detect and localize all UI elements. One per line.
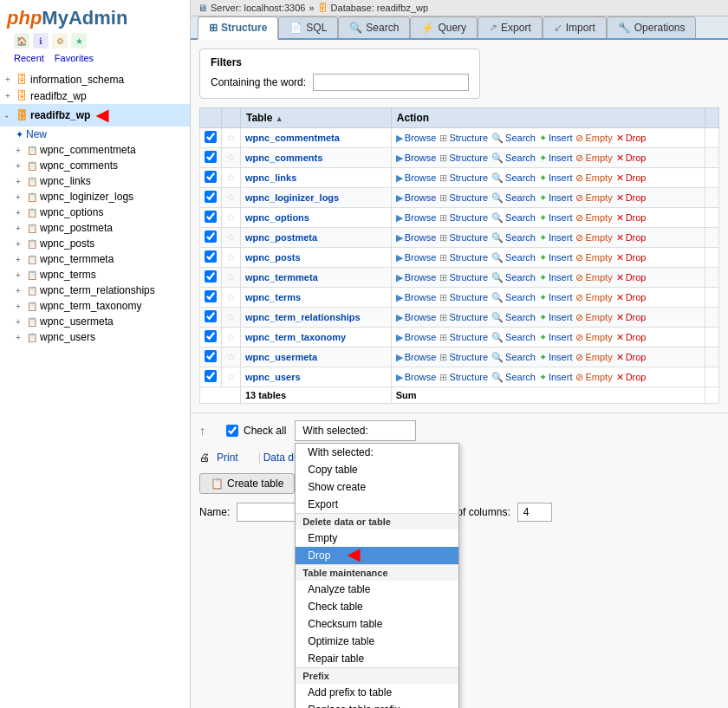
table-name-link[interactable]: wpnc_posts [245, 252, 301, 263]
star-icon[interactable]: ☆ [226, 371, 236, 383]
dropdown-item-checksum[interactable]: Checksum table [296, 615, 458, 633]
table-name-link[interactable]: wpnc_usermeta [245, 352, 317, 362]
empty-btn[interactable]: ⊘ Empty [575, 292, 612, 303]
drop-btn[interactable]: ✕ Drop [616, 292, 647, 303]
sidebar-item-wpnc-term-relationships[interactable]: + 📋 wpnc_term_relationships [0, 283, 190, 298]
empty-btn[interactable]: ⊘ Empty [575, 272, 612, 283]
search-btn[interactable]: 🔍 Search [491, 133, 536, 144]
row-checkbox[interactable] [205, 151, 217, 163]
structure-btn[interactable]: ⊞ Structure [439, 252, 488, 263]
empty-btn[interactable]: ⊘ Empty [575, 372, 612, 383]
dropdown-item-check[interactable]: Check table [296, 598, 458, 615]
structure-btn[interactable]: ⊞ Structure [439, 232, 488, 244]
insert-btn[interactable]: ✦ Insert [539, 312, 573, 323]
dropdown-item-add-prefix[interactable]: Add prefix to table [296, 684, 458, 701]
dropdown-item-show-create[interactable]: Show create [296, 478, 458, 496]
structure-btn[interactable]: ⊞ Structure [439, 272, 488, 283]
search-btn[interactable]: 🔍 Search [491, 312, 536, 323]
browse-btn[interactable]: ▶ Browse [396, 292, 437, 303]
search-btn[interactable]: 🔍 Search [491, 212, 536, 224]
browse-btn[interactable]: ▶ Browse [396, 192, 437, 204]
search-btn[interactable]: 🔍 Search [491, 272, 536, 283]
structure-btn[interactable]: ⊞ Structure [439, 133, 488, 144]
browse-btn[interactable]: ▶ Browse [396, 272, 437, 283]
sidebar-item-wpnc-term-taxonomy[interactable]: + 📋 wpnc_term_taxonomy [0, 298, 190, 314]
with-selected-select[interactable]: With selected: [295, 420, 416, 441]
num-cols-input[interactable] [517, 503, 552, 522]
insert-btn[interactable]: ✦ Insert [539, 272, 573, 283]
browse-btn[interactable]: ▶ Browse [396, 352, 437, 363]
dropdown-item-with-selected[interactable]: With selected: [296, 444, 458, 461]
dropdown-item-repair[interactable]: Repair table [296, 650, 458, 667]
empty-btn[interactable]: ⊘ Empty [575, 312, 612, 323]
insert-btn[interactable]: ✦ Insert [539, 372, 573, 383]
sidebar-item-wpnc-postmeta[interactable]: + 📋 wpnc_postmeta [0, 220, 190, 236]
search-btn[interactable]: 🔍 Search [491, 232, 536, 244]
create-table-button[interactable]: 📋 Create table [199, 473, 295, 494]
dropdown-item-empty[interactable]: Empty [296, 529, 458, 547]
row-checkbox[interactable] [205, 231, 217, 243]
favorites-icon[interactable]: ★ [71, 33, 87, 49]
browse-btn[interactable]: ▶ Browse [396, 332, 437, 343]
sidebar-item-readifbz-wp-1[interactable]: + 🗄 readifbz_wp [0, 88, 190, 104]
drop-btn[interactable]: ✕ Drop [616, 272, 647, 283]
insert-btn[interactable]: ✦ Insert [539, 212, 573, 224]
table-name-link[interactable]: wpnc_links [245, 172, 296, 183]
insert-btn[interactable]: ✦ Insert [539, 153, 573, 164]
browse-btn[interactable]: ▶ Browse [396, 252, 437, 263]
drop-btn[interactable]: ✕ Drop [616, 212, 647, 224]
empty-btn[interactable]: ⊘ Empty [575, 332, 612, 343]
sidebar-item-wpnc-commentmeta[interactable]: + 📋 wpnc_commentmeta [0, 142, 190, 158]
browse-btn[interactable]: ▶ Browse [396, 372, 437, 383]
check-all-checkbox[interactable] [226, 425, 238, 437]
drop-btn[interactable]: ✕ Drop [616, 372, 647, 383]
search-btn[interactable]: 🔍 Search [491, 352, 536, 363]
sidebar-item-wpnc-termmeta[interactable]: + 📋 wpnc_termmeta [0, 251, 190, 267]
star-icon[interactable]: ☆ [226, 271, 236, 283]
empty-btn[interactable]: ⊘ Empty [575, 172, 612, 184]
star-icon[interactable]: ☆ [226, 211, 236, 224]
tab-export[interactable]: ↗ Export [478, 16, 543, 38]
tab-search[interactable]: 🔍 Search [338, 16, 410, 38]
browse-btn[interactable]: ▶ Browse [396, 212, 437, 224]
table-name-link[interactable]: wpnc_terms [245, 292, 301, 302]
drop-btn[interactable]: ✕ Drop [616, 133, 647, 144]
sidebar-item-wpnc-comments[interactable]: + 📋 wpnc_comments [0, 158, 190, 173]
database-label[interactable]: Database: readifbz_wp [331, 3, 429, 13]
row-checkbox[interactable] [205, 330, 217, 342]
star-icon[interactable]: ☆ [226, 331, 236, 343]
dropdown-item-optimize[interactable]: Optimize table [296, 633, 458, 650]
row-checkbox[interactable] [205, 191, 217, 203]
drop-btn[interactable]: ✕ Drop [616, 352, 647, 363]
search-btn[interactable]: 🔍 Search [491, 372, 536, 383]
insert-btn[interactable]: ✦ Insert [539, 252, 573, 263]
empty-btn[interactable]: ⊘ Empty [575, 212, 612, 224]
row-checkbox[interactable] [205, 171, 217, 183]
empty-btn[interactable]: ⊘ Empty [575, 153, 612, 164]
structure-btn[interactable]: ⊞ Structure [439, 372, 488, 383]
table-name-link[interactable]: wpnc_termmeta [245, 272, 318, 283]
dropdown-item-export[interactable]: Export [296, 496, 458, 513]
row-checkbox[interactable] [205, 270, 217, 283]
structure-btn[interactable]: ⊞ Structure [439, 192, 488, 204]
filter-input[interactable] [313, 74, 469, 91]
sidebar-item-new[interactable]: ✦ New [0, 127, 190, 142]
star-icon[interactable]: ☆ [226, 291, 236, 303]
sidebar-item-wpnc-loginizer-logs[interactable]: + 📋 wpnc_loginizer_logs [0, 189, 190, 205]
tab-structure[interactable]: ⊞ Structure [198, 16, 278, 40]
search-btn[interactable]: 🔍 Search [491, 172, 536, 184]
empty-btn[interactable]: ⊘ Empty [575, 192, 612, 204]
star-icon[interactable]: ☆ [226, 231, 236, 244]
table-name-link[interactable]: wpnc_postmeta [245, 232, 317, 243]
structure-btn[interactable]: ⊞ Structure [439, 312, 488, 323]
search-btn[interactable]: 🔍 Search [491, 332, 536, 343]
row-checkbox[interactable] [205, 250, 217, 263]
drop-btn[interactable]: ✕ Drop [616, 252, 647, 263]
structure-btn[interactable]: ⊞ Structure [439, 212, 488, 224]
tab-operations[interactable]: 🔧 Operations [607, 16, 697, 38]
insert-btn[interactable]: ✦ Insert [539, 352, 573, 363]
search-btn[interactable]: 🔍 Search [491, 292, 536, 303]
search-btn[interactable]: 🔍 Search [491, 153, 536, 164]
dropdown-item-replace-prefix[interactable]: Replace table prefix [296, 701, 458, 708]
sidebar-item-wpnc-usermeta[interactable]: + 📋 wpnc_usermeta [0, 314, 190, 329]
